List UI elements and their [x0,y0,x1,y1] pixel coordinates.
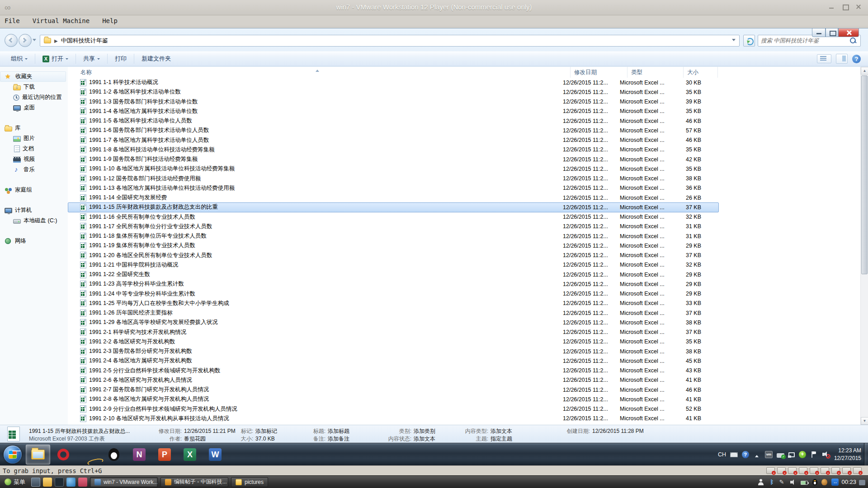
file-row[interactable]: 1991 1-5 各地区科学技术活动单位人员数12/26/2015 11:2..… [68,116,719,126]
views-button[interactable] [817,54,831,63]
scrollbar-thumb[interactable] [861,75,868,274]
nutstore-icon[interactable] [821,479,827,485]
file-row[interactable]: 1991 2-4 各地区地方属研究与开发机构数12/26/2015 11:2..… [68,356,719,366]
explorer-maximize-button[interactable] [826,28,838,37]
cd-rom-icon[interactable] [777,467,786,474]
details-field-value[interactable]: 添加备注 [328,436,349,442]
search-icon[interactable] [788,467,797,474]
file-row[interactable]: 1991 2-10 各地区研究与开发机构从事科技活动人员情况12/26/2015… [68,414,719,423]
file-row[interactable]: 1991 1-16 全民所有制单位专业技术人员数12/26/2015 11:2.… [68,212,719,222]
sidebar-item-desktop[interactable]: 桌面 [0,103,68,113]
forward-button[interactable] [19,34,32,47]
file-row[interactable]: 1991 2-1 科学研究与技术开发机构情况12/26/2015 11:2...… [68,328,719,337]
details-field-value[interactable]: 添加文本 [491,428,512,434]
vmware-maximize-button[interactable] [842,4,848,10]
browser-icon[interactable] [66,478,75,487]
file-row[interactable]: 1991 1-24 中等专业学校分科毕业生累计数12/26/2015 11:2.… [68,289,719,299]
column-header-size[interactable]: 大小 [684,67,718,78]
vmware-minimize-button[interactable] [828,4,835,10]
explorer-close-button[interactable] [838,28,859,37]
menu-help[interactable]: Help [102,17,118,24]
network-status-icon[interactable] [788,452,795,457]
file-row[interactable]: 1991 1-4 各地区地方属科学技术活动单位数12/26/2015 11:2.… [68,107,719,116]
start-button[interactable] [4,446,22,464]
column-header-name[interactable]: 名称 [68,67,571,78]
network-adapter-icon[interactable] [831,467,840,474]
sidebar-item-computer[interactable]: 计算机 [0,205,68,216]
details-field-value[interactable]: 添加类别 [414,428,435,434]
new-folder-button[interactable]: 新建文件夹 [138,53,175,65]
linux-icon[interactable] [812,479,817,485]
details-field-value[interactable]: 添加标题 [328,428,349,434]
file-manager-icon[interactable] [43,478,52,487]
sidebar-item-libraries[interactable]: 库 [0,123,68,133]
host-menu-button[interactable]: 菜单 [0,476,30,488]
breadcrumb[interactable]: ▶ 中国科技统计年鉴 [40,35,740,47]
file-row[interactable]: 1991 2-6 各地区研究与开发机构人员情况12/26/2015 11:2..… [68,375,719,385]
file-row[interactable]: 1991 1-25 平均每万人口在校学生数和大中小学学生构成12/26/2015… [68,299,719,308]
usb-device-icon[interactable] [842,467,851,474]
window-button-folder[interactable]: pictures [231,477,268,487]
sidebar-item-documents-library[interactable]: 文档 [0,144,68,154]
file-row[interactable]: 1991 1-13 各地区地方属科技活动单位科技活动经费使用额12/26/201… [68,183,719,193]
show-desktop-button[interactable] [864,443,868,465]
explorer-minimize-button[interactable] [812,28,826,37]
details-field-value[interactable]: 12/26/2015 11:28 PM [592,428,644,434]
screenshot-icon[interactable] [78,478,87,487]
volume-icon[interactable] [790,479,797,486]
show-hidden-icons-icon[interactable] [753,451,761,458]
vmware-close-button[interactable] [855,4,862,10]
help-icon[interactable]: ? [742,451,749,458]
vertical-scrollbar[interactable]: ▲ ▼ [860,67,868,425]
file-row[interactable]: 1991 1-9 国务院各部门科技活动经费筹集额12/26/2015 11:2.… [68,155,719,164]
window-button-vmware[interactable]: win7 - VMware Work... [90,477,158,487]
teamviewer-icon[interactable]: ↔ [831,479,839,486]
scroll-up-button[interactable]: ▲ [861,67,868,75]
sidebar-item-network[interactable]: 网络 [0,236,68,246]
file-row[interactable]: 1991 1-6 国务院各部门科学技术活动单位人员数12/26/2015 11:… [68,126,719,135]
back-button[interactable] [5,34,18,47]
file-row[interactable]: 1991 1-14 全国研究与发展经费12/26/2015 11:2...Mic… [68,193,719,202]
terminal-icon[interactable] [55,478,64,487]
file-row[interactable]: 1991 2-7 国务院各部门研究与开发机构人员情况12/26/2015 11:… [68,385,719,394]
battery-icon[interactable] [801,481,808,485]
hard-disk-icon[interactable] [766,467,775,474]
file-row[interactable]: 1991 2-3 国务院各部分研究与开发机构数12/26/2015 11:2..… [68,347,719,356]
search-icon[interactable] [849,37,857,44]
details-field-value[interactable]: 添加标记 [255,428,277,434]
search-input[interactable] [758,36,849,46]
file-row[interactable]: 1991 1-2 各地区科学技术活动单位数12/26/2015 11:2...M… [68,87,719,97]
sound-card-icon[interactable] [810,467,818,474]
sidebar-item-local-disk[interactable]: 本地磁盘 (C:) [0,216,68,226]
user-icon[interactable] [757,479,764,486]
action-center-flag-icon[interactable] [810,451,818,458]
language-indicator[interactable]: CH [718,451,726,458]
sidebar-item-music-library[interactable]: 音乐 [0,164,68,175]
usb-controller-icon[interactable] [821,467,829,474]
powerpoint-taskbar-button[interactable]: P [152,445,177,465]
organize-button[interactable]: 组织 [7,53,31,65]
internet-explorer-taskbar-button[interactable] [76,445,101,465]
file-row[interactable]: 1991 1-26 历年国民经济主要指标12/26/2015 11:2...Mi… [68,308,719,318]
volume-muted-icon[interactable] [822,451,830,458]
taskbar-clock[interactable]: 12:23 AM 12/27/2015 [834,447,861,461]
file-row[interactable]: 1991 1-1 科学技术活动概况12/26/2015 11:2...Micro… [68,78,719,87]
file-row[interactable]: 1991 1-15 历年财政科技拨款及占财政总支出的比重12/26/2015 1… [68,202,719,212]
details-field-value[interactable]: 37.0 KB [255,436,275,442]
sidebar-item-downloads-folder[interactable]: 下载 [0,82,68,92]
window-button-text-editor[interactable]: 编辑帖子 - 中国科技... [160,477,228,487]
share-button[interactable]: 共享 [80,53,104,65]
column-header-date-modified[interactable]: 修改日期 [571,67,627,78]
column-header-type[interactable]: 类型 [627,67,684,78]
usb-device-icon[interactable] [777,453,784,458]
file-row[interactable]: 1991 1-21 中国科学院科技活动概况12/26/2015 11:2...M… [68,260,719,270]
notification-icon[interactable] [859,480,865,485]
security-shield-icon[interactable]: + [799,451,806,458]
details-field-value[interactable]: 添加文本 [414,436,435,442]
open-button[interactable]: 打开 [39,53,72,65]
bluetooth-icon[interactable]: ᛒ [768,479,775,486]
word-taskbar-button[interactable]: W [203,445,227,465]
preview-pane-button[interactable] [836,54,848,64]
file-row[interactable]: 1991 1-7 各地区地方属科学技术活动单位人员数12/26/2015 11:… [68,136,719,145]
file-row[interactable]: 1991 1-3 国务院各部门科学技术活动单位数12/26/2015 11:2.… [68,97,719,107]
